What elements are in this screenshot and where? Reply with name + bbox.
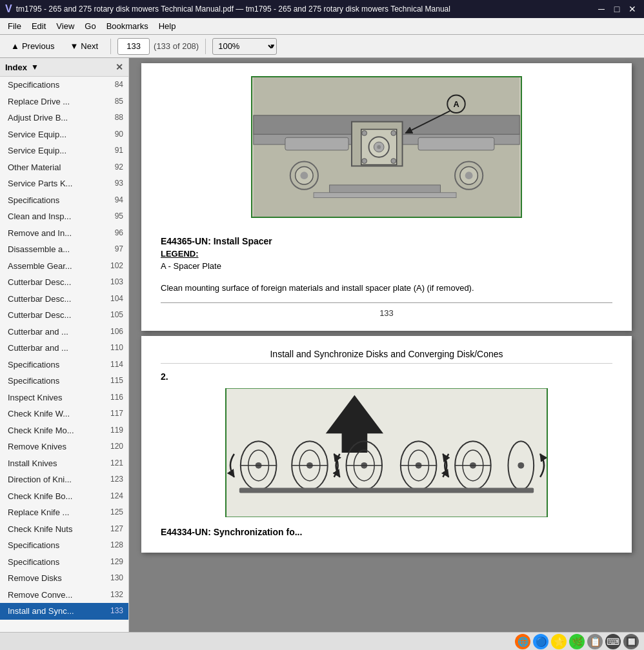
menu-bookmarks[interactable]: Bookmarks	[101, 20, 154, 32]
sidebar-item-specifications-115[interactable]: Specifications115	[0, 373, 128, 389]
sidebar-item-direction-kni-123[interactable]: Direction of Kni...123	[0, 471, 128, 488]
next-arrow-icon: ▼	[70, 41, 78, 51]
page-info: (133 of 208)	[154, 41, 199, 51]
sidebar-header-left: Index ▼	[5, 63, 39, 72]
sidebar-item-specifications-114[interactable]: Specifications114	[0, 357, 128, 373]
page-number-133: 133	[161, 302, 612, 318]
taskbar-icon-square[interactable]: 🔲	[623, 634, 639, 649]
taskbar-icons: 🌐 🔵 ⭐ 🌿 📋 ⌨ 🔲	[515, 634, 639, 649]
sidebar-item-check-knife-bo-124[interactable]: Check Knife Bo...124	[0, 488, 128, 505]
synchronize-diagram-svg	[226, 388, 547, 517]
menu-bar: File Edit View Go Bookmarks Help	[0, 18, 644, 35]
menu-go[interactable]: Go	[79, 20, 101, 32]
sidebar-item-check-knife-mo-119[interactable]: Check Knife Mo...119	[0, 422, 128, 439]
svg-point-9	[391, 130, 396, 135]
toolbar-separator	[110, 39, 111, 54]
svg-point-7	[377, 145, 381, 149]
taskbar-icon-clipboard[interactable]: 📋	[587, 634, 603, 649]
sidebar-item-cutterbar-103[interactable]: Cutterbar Desc...103	[0, 274, 128, 291]
previous-label: Previous	[22, 41, 55, 51]
svg-rect-23	[330, 185, 441, 193]
sidebar-item-replace-drive-85[interactable]: Replace Drive ...85	[0, 94, 128, 110]
svg-point-8	[362, 130, 367, 135]
sidebar-item-cutterbar-105[interactable]: Cutterbar Desc...105	[0, 307, 128, 324]
step-2-container: 2.	[161, 371, 612, 382]
sidebar-item-specifications-128[interactable]: Specifications128	[0, 537, 128, 554]
sidebar-item-inspect-knives-116[interactable]: Inspect Knives116	[0, 389, 128, 406]
sidebar-item-remove-in-96[interactable]: Remove and In...96	[0, 225, 128, 242]
sidebar-item-service-equip-90[interactable]: Service Equip...90	[0, 126, 128, 143]
maximize-button[interactable]: □	[610, 3, 623, 15]
taskbar-icon-keyboard[interactable]: ⌨	[605, 634, 621, 649]
next-button[interactable]: ▼ Next	[64, 39, 104, 54]
toolbar-separator2	[205, 39, 206, 54]
zoom-select[interactable]: 100% 50% 75% 125% 150% 200%	[212, 38, 277, 55]
sidebar-item-install-knives-121[interactable]: Install Knives121	[0, 455, 128, 472]
sidebar-item-remove-conve-132[interactable]: Remove Conve...132	[0, 587, 128, 604]
figure2-caption: E44334-UN: Synchronization fo...	[161, 527, 612, 537]
svg-point-10	[362, 159, 367, 164]
sidebar-item-check-knife-w-117[interactable]: Check Knife W...117	[0, 406, 128, 422]
next-label: Next	[81, 41, 98, 51]
sidebar-item-cutterbar-104[interactable]: Cutterbar Desc...104	[0, 291, 128, 308]
sidebar-header: Index ▼ ✕	[0, 58, 128, 77]
svg-point-11	[391, 159, 396, 164]
svg-text:A: A	[453, 99, 459, 109]
figure-install-spacer: A	[251, 76, 522, 218]
sidebar-item-remove-knives-120[interactable]: Remove Knives120	[0, 438, 128, 455]
sidebar-item-remove-disks-130[interactable]: Remove Disks130	[0, 570, 128, 587]
main-area: Index ▼ ✕ Specifications84 Replace Drive…	[0, 58, 644, 632]
svg-point-19	[465, 172, 473, 179]
legend-title: LEGEND:	[161, 249, 612, 259]
sidebar-toggle[interactable]: ▼	[31, 63, 39, 72]
svg-rect-12	[285, 137, 348, 150]
window-title: tm1795 - 265 and 275 rotary disk mowers …	[16, 5, 450, 14]
spacer-diagram-svg: A	[252, 77, 521, 217]
menu-edit[interactable]: Edit	[26, 20, 51, 32]
sidebar-item-adjust-drive-88[interactable]: Adjust Drive B...88	[0, 110, 128, 126]
toolbar: ▲ Previous ▼ Next (133 of 208) 100% 50% …	[0, 35, 644, 58]
sidebar-item-replace-knife-125[interactable]: Replace Knife ...125	[0, 504, 128, 521]
figure-caption: E44365-UN: Install Spacer	[161, 236, 612, 246]
sidebar: Index ▼ ✕ Specifications84 Replace Drive…	[0, 58, 129, 632]
section-title-page134: Install and Synchronize Disks and Conver…	[161, 349, 612, 364]
minimize-button[interactable]: ─	[595, 3, 608, 15]
taskbar-icon-star[interactable]: ⭐	[551, 634, 567, 649]
sidebar-close-button[interactable]: ✕	[116, 62, 123, 72]
sidebar-item-service-parts-93[interactable]: Service Parts K...93	[0, 175, 128, 192]
sidebar-item-cutterbar-110[interactable]: Cutterbar and ...110	[0, 340, 128, 357]
page-number-input[interactable]	[117, 38, 150, 55]
taskbar-icon-green[interactable]: 🌿	[569, 634, 585, 649]
sidebar-item-disassemble-97[interactable]: Disassemble a...97	[0, 241, 128, 258]
pdf-page-133: A E44365-UN: Install	[141, 63, 632, 331]
taskbar-icon-blue[interactable]: 🔵	[533, 634, 548, 649]
body-text-133: Clean mounting surface of foreign materi…	[161, 282, 612, 295]
sidebar-item-specifications-84[interactable]: Specifications84	[0, 77, 128, 94]
sidebar-item-other-material-92[interactable]: Other Material92	[0, 159, 128, 176]
svg-point-48	[518, 462, 524, 468]
sidebar-item-install-sync-133[interactable]: Install and Sync...133	[0, 603, 128, 620]
menu-view[interactable]: View	[51, 20, 79, 32]
svg-rect-24	[314, 193, 456, 198]
sidebar-item-assemble-102[interactable]: Assemble Gear...102	[0, 258, 128, 275]
svg-rect-13	[418, 137, 494, 150]
legend-item-a: A - Spacer Plate	[161, 261, 612, 271]
menu-help[interactable]: Help	[154, 20, 181, 32]
window-controls: ─ □ ✕	[595, 3, 639, 15]
menu-file[interactable]: File	[3, 20, 26, 32]
prev-arrow-icon: ▲	[11, 41, 19, 51]
sidebar-item-check-knife-nuts-127[interactable]: Check Knife Nuts127	[0, 521, 128, 538]
sidebar-item-service-equip-91[interactable]: Service Equip...91	[0, 143, 128, 159]
close-button[interactable]: ✕	[626, 3, 639, 15]
sidebar-item-cutterbar-106[interactable]: Cutterbar and ...106	[0, 324, 128, 340]
sidebar-item-specifications-94[interactable]: Specifications94	[0, 192, 128, 209]
previous-button[interactable]: ▲ Previous	[5, 39, 60, 54]
title-bar-left: V tm1795 - 265 and 275 rotary disk mower…	[5, 3, 450, 15]
sidebar-item-specifications-129[interactable]: Specifications129	[0, 554, 128, 571]
status-bar: 🌐 🔵 ⭐ 🌿 📋 ⌨ 🔲	[0, 632, 644, 650]
svg-rect-49	[239, 488, 534, 493]
taskbar-icon-firefox[interactable]: 🌐	[515, 634, 530, 649]
content-area[interactable]: A E44365-UN: Install	[129, 58, 644, 632]
sidebar-item-clean-insp-95[interactable]: Clean and Insp...95	[0, 208, 128, 225]
title-bar: V tm1795 - 265 and 275 rotary disk mower…	[0, 0, 644, 18]
